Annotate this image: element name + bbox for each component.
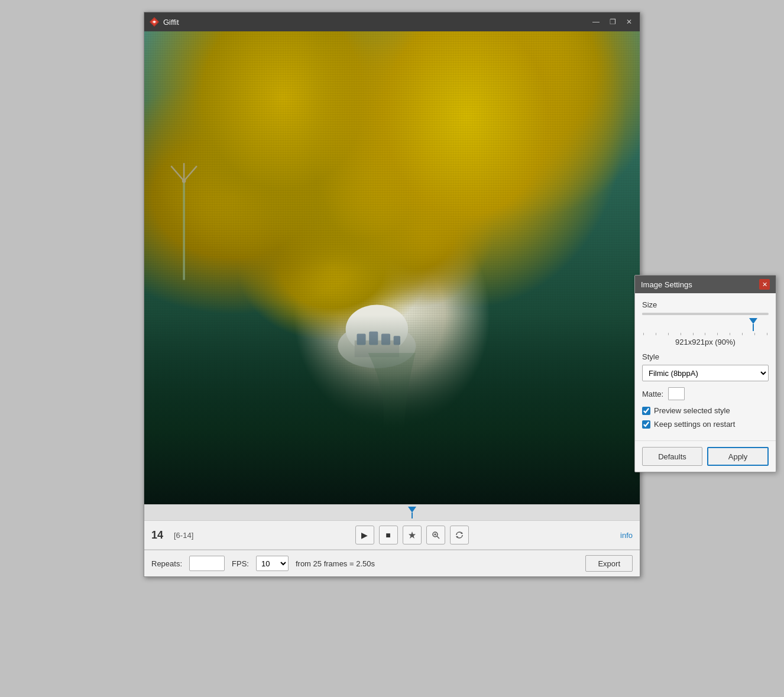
bottom-bar: Repeats: 0 ▲ ▼ FPS: 5 8 10 12 15 20 24 3… <box>144 550 640 576</box>
settings-footer: Defaults Apply <box>635 440 776 472</box>
preview-checkbox[interactable] <box>642 407 650 415</box>
slider-tick <box>754 333 755 335</box>
play-button[interactable]: ▶ <box>355 526 374 544</box>
loop-icon <box>455 531 464 539</box>
app-logo-icon <box>149 17 160 27</box>
timeline-bar[interactable] <box>144 504 640 521</box>
preview-checkbox-row: Preview selected style <box>642 406 769 415</box>
slider-thumb-arrow <box>749 318 757 324</box>
app-title: Giffit <box>163 18 590 27</box>
svg-rect-12 <box>370 332 378 345</box>
keep-settings-checkbox-row: Keep settings on restart <box>642 420 769 429</box>
title-bar: Giffit — ❐ ✕ <box>144 12 640 31</box>
matte-row: Matte: <box>642 387 769 400</box>
timeline-thumb-line <box>412 513 413 518</box>
fps-select[interactable]: 5 8 10 12 15 20 24 30 <box>256 556 289 571</box>
settings-title: Image Settings <box>641 280 692 289</box>
svg-marker-15 <box>409 531 416 539</box>
settings-panel: Image Settings ✕ Size <box>634 275 776 472</box>
magic-button[interactable] <box>403 526 422 544</box>
slider-track[interactable] <box>642 313 769 315</box>
fps-label: FPS: <box>232 559 249 568</box>
keep-settings-label[interactable]: Keep settings on restart <box>654 420 735 429</box>
frame-number: 14 <box>151 529 169 542</box>
slider-tick <box>767 333 767 335</box>
slider-thumb-line <box>753 324 754 331</box>
restore-button[interactable]: ❐ <box>607 16 618 28</box>
export-button[interactable]: Export <box>585 555 633 572</box>
timeline-track[interactable] <box>144 505 640 520</box>
matte-color-swatch[interactable] <box>668 387 685 400</box>
magic-icon <box>408 531 416 539</box>
title-bar-controls: — ❐ ✕ <box>590 16 635 28</box>
slider-thumb[interactable] <box>749 318 757 331</box>
slider-tick <box>730 333 730 335</box>
slider-tick <box>693 333 694 335</box>
app-window: Giffit — ❐ ✕ <box>144 12 640 577</box>
svg-rect-13 <box>381 334 390 345</box>
apply-button[interactable]: Apply <box>707 447 769 466</box>
zoom-button[interactable] <box>426 526 445 544</box>
zoom-icon <box>432 531 440 539</box>
frames-info: from 25 frames = 2.50s <box>296 559 578 568</box>
stop-button[interactable]: ■ <box>379 526 398 544</box>
preview-label[interactable]: Preview selected style <box>654 406 730 415</box>
loop-button[interactable] <box>450 526 469 544</box>
svg-line-6 <box>184 166 197 181</box>
scene-path <box>293 353 491 448</box>
slider-tick <box>717 333 718 335</box>
frame-range: [6-14] <box>174 531 203 540</box>
slider-tick <box>668 333 669 335</box>
svg-rect-11 <box>357 334 366 345</box>
controls-bar: 14 [6-14] ▶ ■ <box>144 521 640 550</box>
close-button[interactable]: ✕ <box>623 16 635 28</box>
slider-thumb-wrapper[interactable] <box>642 317 769 332</box>
size-value: 921x921px (90%) <box>642 338 769 346</box>
size-slider-container <box>642 313 769 335</box>
slider-ticks <box>642 333 769 335</box>
keep-settings-checkbox[interactable] <box>642 420 650 429</box>
defaults-button[interactable]: Defaults <box>642 447 702 466</box>
slider-tick <box>643 333 644 335</box>
repeats-stepper[interactable]: 0 ▲ ▼ <box>189 556 225 571</box>
info-link[interactable]: info <box>620 531 633 540</box>
settings-close-button[interactable]: ✕ <box>759 279 770 290</box>
style-row: None Filmic (8bppA) Filmic (16bppA) Stan… <box>642 365 769 381</box>
minimize-button[interactable]: — <box>590 16 602 28</box>
image-canvas <box>144 31 640 504</box>
style-select[interactable]: None Filmic (8bppA) Filmic (16bppA) Stan… <box>642 365 769 381</box>
style-label: Style <box>642 352 769 361</box>
slider-tick <box>705 333 705 335</box>
svg-rect-14 <box>394 336 400 345</box>
repeats-label: Repeats: <box>151 559 182 568</box>
timeline-thumb-arrow <box>408 507 416 513</box>
settings-body: Size <box>635 293 776 440</box>
slider-tick <box>742 333 743 335</box>
slider-tick <box>656 333 656 335</box>
slider-tick <box>681 333 681 335</box>
svg-line-5 <box>171 166 184 181</box>
slider-track-fill <box>642 313 756 315</box>
settings-title-bar: Image Settings ✕ <box>635 275 776 293</box>
matte-label: Matte: <box>642 390 663 398</box>
svg-line-17 <box>437 536 439 539</box>
image-display <box>144 31 640 504</box>
timeline-thumb[interactable] <box>408 507 416 518</box>
size-label: Size <box>642 300 769 309</box>
scene-element <box>169 102 199 339</box>
repeats-input[interactable]: 0 <box>190 558 225 569</box>
